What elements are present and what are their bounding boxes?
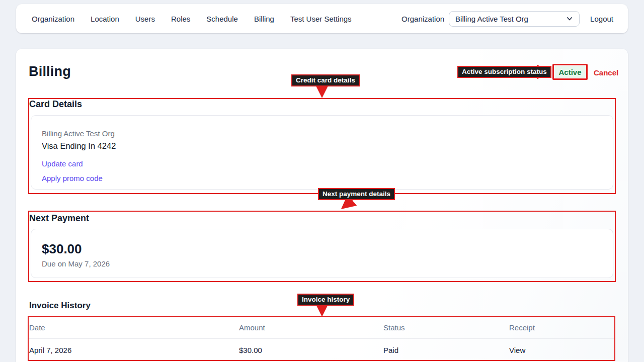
cancel-subscription-button[interactable]: Cancel xyxy=(594,68,618,77)
next-payment-title: Next Payment xyxy=(29,213,89,224)
org-select[interactable]: Billing Active Test Org xyxy=(449,11,580,27)
column-header-date: Date xyxy=(28,323,238,332)
chevron-down-icon xyxy=(566,15,573,22)
org-select-label: Organization xyxy=(401,15,444,23)
column-header-receipt: Receipt xyxy=(508,323,615,332)
column-header-status: Status xyxy=(382,323,508,332)
main-content: Billing Active Cancel Card Details Billi… xyxy=(16,49,628,362)
card-details-card: Billing Active Test Org Visa Ending In 4… xyxy=(31,115,613,190)
org-select-value: Billing Active Test Org xyxy=(455,15,566,23)
nav-item-test-user-settings[interactable]: Test User Settings xyxy=(290,15,352,23)
table-row: April 7, 2026 $30.00 Paid View xyxy=(28,338,615,361)
nav-item-billing[interactable]: Billing xyxy=(254,15,274,23)
invoice-amount: $30.00 xyxy=(238,346,382,354)
logout-button[interactable]: Logout xyxy=(590,15,613,23)
invoice-table-header: Date Amount Status Receipt xyxy=(28,317,615,338)
card-org-name: Billing Active Test Org xyxy=(42,129,115,138)
card-summary: Visa Ending In 4242 xyxy=(42,141,116,151)
nav-right: Organization Billing Active Test Org Log… xyxy=(401,11,613,27)
nav-item-organization[interactable]: Organization xyxy=(32,15,74,23)
invoice-date: April 7, 2026 xyxy=(28,346,238,354)
nav-links: Organization Location Users Roles Schedu… xyxy=(32,15,352,23)
view-receipt-link[interactable]: View xyxy=(508,346,615,354)
top-nav: Organization Location Users Roles Schedu… xyxy=(16,4,628,33)
column-header-amount: Amount xyxy=(238,323,382,332)
status-badge: Active xyxy=(554,66,586,78)
invoice-history-title: Invoice History xyxy=(29,301,91,311)
update-card-link[interactable]: Update card xyxy=(42,159,83,168)
invoice-table: Date Amount Status Receipt April 7, 2026… xyxy=(28,317,615,361)
billing-page: Organization Location Users Roles Schedu… xyxy=(0,0,644,362)
apply-promo-code-link[interactable]: Apply promo code xyxy=(42,174,103,183)
next-payment-card: $30.00 Due on May 7, 2026 xyxy=(31,229,613,278)
page-title: Billing xyxy=(29,64,71,79)
next-payment-due-date: Due on May 7, 2026 xyxy=(42,259,110,268)
nav-item-roles[interactable]: Roles xyxy=(171,15,190,23)
next-payment-amount: $30.00 xyxy=(42,241,82,257)
nav-item-location[interactable]: Location xyxy=(91,15,119,23)
card-details-title: Card Details xyxy=(29,99,82,110)
invoice-status: Paid xyxy=(382,346,508,354)
nav-item-schedule[interactable]: Schedule xyxy=(206,15,238,23)
nav-item-users[interactable]: Users xyxy=(135,15,155,23)
